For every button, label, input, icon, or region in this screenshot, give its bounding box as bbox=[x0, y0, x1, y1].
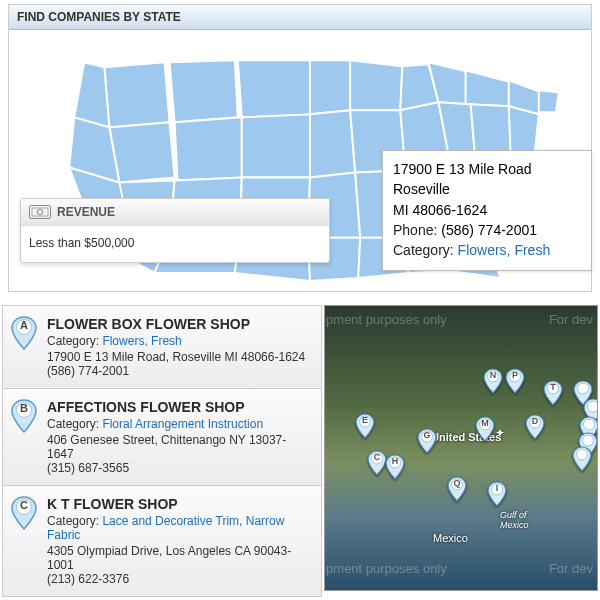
map-pin-letter: I bbox=[487, 483, 507, 493]
map-pin-letter: P bbox=[505, 370, 525, 380]
result-pin-letter: C bbox=[11, 499, 37, 511]
company-address: 406 Genesee Street, Chittenango NY 13037… bbox=[47, 433, 311, 461]
result-item[interactable]: B AFFECTIONS FLOWER SHOP Category: Flora… bbox=[2, 388, 322, 485]
svg-point-17 bbox=[578, 383, 589, 394]
map-pin[interactable]: P bbox=[505, 368, 525, 394]
map-pin-letter: M bbox=[475, 418, 495, 428]
svg-point-2 bbox=[37, 209, 42, 214]
star-icon: ✦ bbox=[495, 426, 505, 440]
map-label-mx: Mexico bbox=[433, 532, 468, 544]
revenue-header: REVENUE bbox=[21, 199, 329, 226]
tooltip-category-label: Category: bbox=[393, 242, 454, 258]
tooltip-addr-line1: 17900 E 13 Mile Road bbox=[393, 159, 581, 179]
map-pin-letter: C bbox=[367, 452, 387, 462]
company-name[interactable]: K T FLOWER SHOP bbox=[47, 496, 311, 512]
results-list: A FLOWER BOX FLOWER SHOP Category: Flowe… bbox=[2, 305, 322, 597]
map-pin-letter: D bbox=[525, 416, 545, 426]
revenue-value: Less than $500,000 bbox=[21, 226, 329, 262]
revenue-card: REVENUE Less than $500,000 bbox=[20, 198, 330, 263]
company-category-label: Category: bbox=[47, 334, 99, 348]
result-item[interactable]: A FLOWER BOX FLOWER SHOP Category: Flowe… bbox=[2, 305, 322, 388]
company-phone: (213) 622-3376 bbox=[47, 572, 311, 586]
result-pin-icon: C bbox=[11, 496, 37, 530]
svg-point-20 bbox=[583, 435, 594, 446]
watermark: For dev bbox=[549, 312, 593, 327]
result-pin-icon: B bbox=[11, 399, 37, 433]
map-pin-letter: H bbox=[385, 456, 405, 466]
map-pin-letter: Q bbox=[447, 478, 467, 488]
map-pin[interactable]: G bbox=[417, 428, 437, 454]
company-name[interactable]: FLOWER BOX FLOWER SHOP bbox=[47, 316, 311, 332]
map-label-gulf: Gulf of Mexico bbox=[500, 510, 529, 530]
svg-rect-0 bbox=[30, 206, 51, 219]
google-map[interactable]: evelopment purposes only For dev evelopm… bbox=[324, 305, 598, 591]
company-address: 4305 Olympiad Drive, Los Angeles CA 9004… bbox=[47, 544, 311, 572]
company-category-label: Category: bbox=[47, 417, 99, 431]
tooltip-city: Roseville bbox=[393, 179, 581, 199]
money-icon bbox=[29, 205, 51, 219]
company-name[interactable]: AFFECTIONS FLOWER SHOP bbox=[47, 399, 311, 415]
svg-point-19 bbox=[584, 419, 595, 430]
result-pin-letter: A bbox=[11, 319, 37, 331]
map-pin-letter: N bbox=[483, 370, 503, 380]
watermark: evelopment purposes only bbox=[324, 561, 447, 576]
company-phone: (586) 774-2001 bbox=[47, 364, 311, 378]
svg-point-21 bbox=[577, 449, 588, 460]
company-category-link[interactable]: Flowers, Fresh bbox=[102, 334, 181, 348]
revenue-label: REVENUE bbox=[57, 205, 115, 219]
tooltip-statezip: MI 48066-1624 bbox=[393, 200, 581, 220]
company-category-label: Category: bbox=[47, 514, 99, 528]
panel-title: FIND COMPANIES BY STATE bbox=[9, 5, 591, 30]
watermark: evelopment purposes only bbox=[324, 312, 447, 327]
watermark: For dev bbox=[549, 561, 593, 576]
tooltip-phone-label: Phone: bbox=[393, 222, 437, 238]
result-pin-letter: B bbox=[11, 402, 37, 414]
map-pin[interactable]: D bbox=[525, 414, 545, 440]
result-item[interactable]: C K T FLOWER SHOP Category: Lace and Dec… bbox=[2, 485, 322, 597]
company-category-link[interactable]: Floral Arrangement Instruction bbox=[102, 417, 263, 431]
map-pin[interactable]: E bbox=[355, 413, 375, 439]
map-pin[interactable]: Q bbox=[447, 476, 467, 502]
tooltip-category-link[interactable]: Flowers, Fresh bbox=[458, 242, 551, 258]
svg-point-18 bbox=[588, 401, 599, 412]
map-pin[interactable]: T bbox=[543, 380, 563, 406]
map-pin[interactable]: C bbox=[367, 450, 387, 476]
company-address: 17900 E 13 Mile Road, Roseville MI 48066… bbox=[47, 350, 311, 364]
result-pin-icon: A bbox=[11, 316, 37, 350]
map-pin-letter: G bbox=[417, 430, 437, 440]
company-phone: (315) 687-3565 bbox=[47, 461, 311, 475]
map-pin[interactable]: H bbox=[385, 454, 405, 480]
map-pin[interactable]: M bbox=[475, 416, 495, 442]
map-pin[interactable] bbox=[572, 446, 592, 472]
map-pin[interactable]: N bbox=[483, 368, 503, 394]
map-pin[interactable]: I bbox=[487, 481, 507, 507]
map-pin-letter: E bbox=[355, 415, 375, 425]
map-pin-letter: T bbox=[543, 382, 563, 392]
tooltip-phone: (586) 774-2001 bbox=[441, 222, 537, 238]
address-tooltip: 17900 E 13 Mile Road Roseville MI 48066-… bbox=[382, 150, 592, 271]
